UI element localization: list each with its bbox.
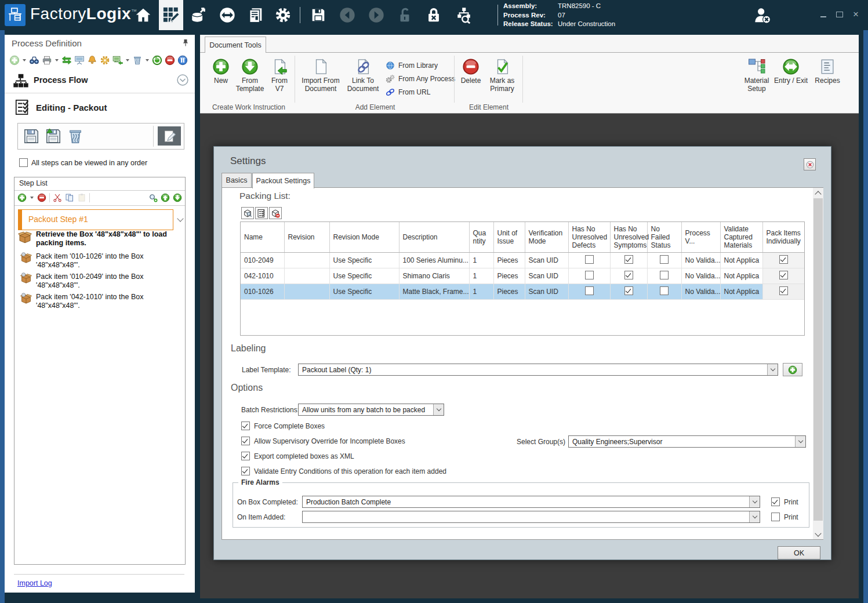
process-editor-button[interactable]: [161, 5, 181, 26]
chevron-down-icon[interactable]: [795, 436, 805, 447]
entry-exit-button[interactable]: Entry / Exit: [772, 56, 810, 85]
defects-checkbox[interactable]: [585, 255, 594, 264]
find-icon[interactable]: [29, 55, 39, 66]
presentation-icon[interactable]: [74, 55, 85, 66]
recipes-button[interactable]: Recipes: [812, 56, 842, 85]
from-library-item[interactable]: From Library: [386, 59, 455, 72]
dialog-close-button[interactable]: [804, 158, 816, 170]
packing-list-table[interactable]: Name Revision Revision Mode Description …: [240, 221, 805, 336]
chevron-down-icon[interactable]: [767, 364, 778, 375]
failed-status-checkbox[interactable]: [660, 271, 669, 279]
trash-icon[interactable]: [132, 55, 143, 66]
logout-user-icon[interactable]: [754, 7, 771, 24]
symptoms-checkbox[interactable]: [624, 286, 633, 295]
label-template-dropdown[interactable]: Packout Label (Qty: 1): [298, 364, 778, 376]
close-button[interactable]: ×: [851, 9, 861, 20]
add-step-caret[interactable]: [30, 197, 34, 199]
add-label-button[interactable]: [783, 363, 802, 376]
symptoms-checkbox[interactable]: [624, 271, 633, 279]
pack-individually-checkbox[interactable]: [779, 271, 788, 279]
material-setup-button[interactable]: Material Setup: [737, 56, 776, 93]
batch-restrictions-dropdown[interactable]: Allow units from any batch to be packed: [298, 404, 444, 416]
mark-as-primary-button[interactable]: Mark as Primary: [485, 56, 519, 93]
pack-individually-checkbox[interactable]: [779, 255, 788, 264]
step-expand-chevron[interactable]: [177, 215, 183, 221]
link-to-document-button[interactable]: Link To Document: [345, 56, 381, 93]
deploy-dropdown-caret[interactable]: [126, 59, 129, 61]
print-icon[interactable]: [42, 55, 52, 66]
table-header-row[interactable]: Name Revision Revision Mode Description …: [241, 222, 805, 253]
any-order-checkbox[interactable]: [19, 158, 28, 167]
on-box-completed-dropdown[interactable]: Production Batch Complete: [302, 496, 760, 508]
import-from-document-button[interactable]: Import From Document: [299, 56, 343, 93]
defects-checkbox[interactable]: [585, 286, 594, 295]
step-instruction[interactable]: Pack item '010-2049' into the Box '48"x4…: [18, 273, 181, 290]
home-button[interactable]: [133, 5, 154, 26]
move-up-icon[interactable]: [161, 193, 170, 202]
failed-status-checkbox[interactable]: [660, 255, 669, 264]
chevron-down-icon[interactable]: [749, 511, 760, 522]
back-button[interactable]: [337, 5, 358, 26]
collapse-circle-icon[interactable]: [176, 74, 189, 86]
edit-notes-button[interactable]: [158, 126, 181, 146]
on-item-print-checkbox[interactable]: [771, 513, 780, 521]
scrollbar-thumb[interactable]: [813, 198, 823, 521]
step-instruction[interactable]: Retrieve the Box '48"x48"x48"' to load p…: [18, 230, 181, 248]
save-as-button[interactable]: [43, 126, 63, 146]
chevron-down-icon[interactable]: [433, 404, 444, 415]
remove-part-button[interactable]: [269, 207, 282, 219]
defects-checkbox[interactable]: [585, 271, 594, 279]
flow-search-button[interactable]: [453, 5, 474, 26]
supervisory-override-checkbox[interactable]: [241, 437, 250, 445]
from-v7-button[interactable]: From V7: [267, 56, 292, 93]
on-box-print-checkbox[interactable]: [771, 497, 780, 506]
add-dropdown-caret[interactable]: [23, 59, 26, 61]
settings-gear-button[interactable]: [273, 5, 293, 26]
failed-status-checkbox[interactable]: [660, 286, 669, 295]
scroll-up-arrow[interactable]: [813, 188, 823, 198]
save-step-button[interactable]: [21, 126, 41, 146]
tab-basics[interactable]: Basics: [221, 173, 252, 188]
edit-list-button[interactable]: [255, 207, 268, 219]
alert-bell-icon[interactable]: [87, 55, 97, 66]
find-step-icon[interactable]: [148, 193, 158, 202]
maximize-button[interactable]: [834, 9, 845, 20]
lock-cancel-button[interactable]: [423, 5, 444, 26]
delete-element-button[interactable]: Delete: [457, 56, 484, 85]
validate-entry-checkbox[interactable]: [241, 467, 250, 475]
gear-icon[interactable]: [100, 55, 110, 66]
from-any-process-item[interactable]: From Any Process: [386, 72, 455, 85]
ok-button[interactable]: OK: [778, 546, 820, 560]
save-button[interactable]: [308, 5, 329, 26]
from-url-item[interactable]: From URL: [386, 85, 455, 99]
tab-document-tools[interactable]: Document Tools: [205, 37, 266, 53]
minimize-button[interactable]: [818, 9, 829, 20]
remove-step-icon[interactable]: [37, 193, 46, 202]
sync-button[interactable]: [217, 5, 238, 26]
from-template-button[interactable]: From Template: [234, 56, 266, 93]
symptoms-checkbox[interactable]: [624, 255, 633, 264]
scroll-down-arrow[interactable]: [813, 529, 823, 539]
trash-dropdown-caret[interactable]: [146, 59, 149, 61]
paste-icon[interactable]: [77, 193, 86, 202]
chevron-down-icon[interactable]: [749, 496, 760, 507]
tab-packout-settings[interactable]: Packout Settings: [252, 173, 314, 188]
pack-individually-checkbox[interactable]: [779, 286, 788, 295]
import-log-link[interactable]: Import Log: [17, 579, 52, 587]
process-flow-section[interactable]: Process Flow: [5, 70, 195, 93]
exchange-icon[interactable]: [61, 55, 72, 66]
force-complete-checkbox[interactable]: [241, 422, 250, 430]
new-work-instruction-button[interactable]: New: [208, 56, 234, 85]
table-row[interactable]: 010-2049 Use Specific 100 Series Aluminu…: [241, 253, 805, 268]
select-groups-dropdown[interactable]: Quality Engineers;Supervisor: [568, 435, 806, 448]
pause-icon[interactable]: [177, 55, 188, 66]
copy-icon[interactable]: [65, 193, 74, 202]
step-instruction[interactable]: Pack item '010-1026' into the Box '48"x4…: [18, 252, 181, 270]
refresh-icon[interactable]: [152, 55, 162, 66]
remove-icon[interactable]: [165, 55, 175, 66]
add-step-icon[interactable]: [17, 193, 27, 202]
export-xml-checkbox[interactable]: [241, 452, 250, 460]
unlock-icon[interactable]: [394, 5, 415, 26]
forward-button[interactable]: [366, 5, 387, 26]
on-item-added-dropdown[interactable]: [302, 511, 760, 523]
